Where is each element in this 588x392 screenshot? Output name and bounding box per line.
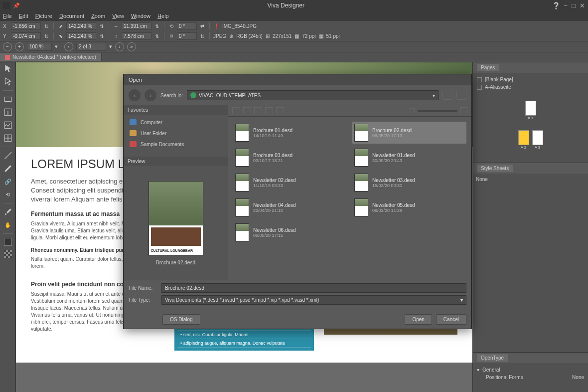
eyedropper-icon[interactable] — [3, 207, 12, 216]
fill-swatch-icon[interactable] — [4, 238, 12, 246]
path-input[interactable]: VIVACLOUD://TEMPLATES ▾ — [187, 90, 439, 100]
zoom-in-icon[interactable]: + — [15, 42, 24, 51]
file-item[interactable]: Newsletter 02.desd 11/10/19 09:23 — [233, 172, 347, 194]
link-tool-icon[interactable]: 🔗 — [3, 177, 12, 186]
menu-window[interactable]: Window — [131, 13, 150, 19]
page-input[interactable] — [76, 43, 106, 51]
page-item[interactable]: A-Aliasseite — [476, 83, 585, 91]
page-thumb[interactable] — [532, 130, 543, 145]
dropdown-icon[interactable]: ▾ — [55, 43, 58, 50]
pointer-tool-icon[interactable] — [3, 64, 12, 73]
page-item[interactable]: [Blank Page] — [476, 76, 585, 83]
file-item[interactable]: Newsletter 06.desd 06/05/20 17:15 — [233, 221, 347, 243]
pattern-swatch-icon[interactable] — [4, 250, 12, 258]
page-thumb[interactable] — [525, 101, 536, 116]
height-pct-input[interactable] — [66, 32, 96, 40]
view-list-icon[interactable] — [232, 107, 240, 114]
document-tab[interactable]: Newsletter 04.desd * (write-protected) — [0, 53, 102, 61]
prev-page-icon[interactable]: ‹ — [64, 42, 73, 51]
image-frame-icon[interactable] — [3, 121, 12, 130]
cancel-button[interactable]: Cancel — [436, 314, 466, 325]
new-folder-icon[interactable] — [456, 91, 466, 100]
rotate-tool-icon[interactable]: ⟲ — [3, 190, 12, 199]
stepper-icon[interactable]: ⇅ — [98, 22, 105, 29]
view-detail-icon[interactable] — [243, 107, 251, 114]
stepper-icon[interactable]: ⇅ — [153, 32, 160, 39]
zoom-out-icon[interactable]: − — [3, 42, 12, 51]
positional-forms-value[interactable]: None — [572, 375, 584, 380]
y-input[interactable] — [11, 32, 41, 40]
file-item[interactable]: Newsletter 04.desd 22/04/20 21:10 — [233, 196, 347, 218]
filetype-select[interactable]: Viva Documents (*.desd *.nwpd *.posd *.i… — [161, 295, 466, 305]
opentype-general[interactable]: ▾General — [476, 366, 585, 374]
style-none[interactable]: None — [476, 177, 488, 182]
open-button[interactable]: Open — [405, 314, 432, 325]
rotate-input[interactable] — [177, 22, 197, 30]
favorite-sample-docs[interactable]: Sample Documents — [124, 139, 228, 150]
flip-v-icon[interactable]: ⇅ — [199, 32, 206, 39]
dropdown-icon[interactable]: ▾ — [109, 43, 112, 50]
opentype-tab[interactable]: OpenType — [477, 354, 508, 362]
help-icon[interactable]: ❔ — [552, 2, 560, 9]
width-pct-input[interactable] — [66, 22, 96, 30]
menu-file[interactable]: File — [3, 13, 12, 19]
last-page-icon[interactable]: » — [127, 42, 136, 51]
file-item[interactable]: Brochure 01.desd 14/10/19 11:49 — [233, 122, 347, 144]
favorite-user-folder[interactable]: User Folder — [124, 128, 228, 139]
menu-zoom[interactable]: Zoom — [91, 13, 105, 19]
view-grid-icon[interactable] — [254, 107, 262, 114]
line-tool-icon[interactable] — [3, 151, 12, 160]
pin-icon[interactable]: 📌 — [13, 2, 20, 9]
pages-tab[interactable]: Pages — [477, 64, 499, 71]
zoom-small-icon[interactable] — [410, 108, 415, 113]
menu-view[interactable]: View — [112, 13, 124, 19]
stepper-icon[interactable]: ⇅ — [98, 32, 105, 39]
height-input[interactable] — [122, 32, 151, 40]
thumb-size-slider[interactable] — [418, 110, 457, 112]
file-item[interactable]: Newsletter 03.desd 15/02/20 00:30 — [352, 172, 466, 194]
link-icon[interactable]: ⇅ — [43, 32, 50, 39]
nav-forward-icon[interactable]: › — [145, 89, 156, 101]
nav-back-icon[interactable]: ‹ — [129, 89, 141, 101]
menu-picture[interactable]: Picture — [35, 13, 52, 19]
minimize-icon[interactable]: − — [564, 2, 568, 9]
file-item[interactable]: Newsletter 01.desd 30/09/20 20:43 — [352, 147, 466, 169]
view-thumb-icon[interactable] — [276, 107, 284, 114]
stepper-icon[interactable]: ⇅ — [153, 22, 160, 29]
rectangle-tool-icon[interactable] — [3, 95, 12, 104]
menu-help[interactable]: Help — [157, 13, 169, 19]
up-folder-icon[interactable] — [442, 91, 452, 100]
svg-text:T: T — [6, 110, 9, 116]
file-item[interactable]: Newsletter 05.desd 09/02/20 11:28 — [352, 196, 466, 218]
skew-input[interactable] — [177, 32, 197, 40]
dropdown-icon[interactable]: ▾ — [433, 93, 435, 98]
style-sheets-tab[interactable]: Style Sheets — [477, 165, 513, 172]
file-item[interactable]: Brochure 03.desd 02/10/17 18:21 — [233, 147, 347, 169]
menu-document[interactable]: Document — [59, 13, 84, 19]
os-dialog-button[interactable]: OS Dialog — [162, 314, 200, 325]
flip-h-icon[interactable]: ⇄ — [199, 22, 206, 29]
width-input[interactable] — [122, 22, 151, 30]
file-item[interactable]: Brochure 02.desd 06/05/20 17:13 — [352, 122, 466, 144]
hand-tool-icon[interactable]: ✋ — [3, 220, 12, 229]
link-icon[interactable]: ⇅ — [43, 22, 50, 29]
zoom-large-icon[interactable] — [460, 107, 467, 114]
text-frame-icon[interactable]: T — [3, 108, 12, 117]
menu-edit[interactable]: Edit — [19, 13, 28, 19]
pen-tool-icon[interactable] — [3, 164, 12, 173]
zoom-input[interactable] — [27, 43, 52, 51]
table-tool-icon[interactable] — [3, 134, 12, 143]
next-page-icon[interactable]: › — [115, 42, 124, 51]
view-small-icon[interactable] — [265, 107, 273, 114]
maximize-icon[interactable]: □ — [572, 2, 576, 9]
close-icon[interactable]: ✕ — [580, 2, 585, 9]
preview-thumbnail: CULTURAL LOUNGEBAR — [148, 181, 203, 256]
x-input[interactable] — [11, 22, 41, 30]
file-thumb-icon — [354, 124, 368, 142]
x-label: X — [3, 23, 9, 29]
direct-select-icon[interactable] — [3, 77, 12, 86]
favorite-computer[interactable]: Computer — [124, 117, 228, 128]
filename-input[interactable]: Brochure 02.desd — [161, 283, 466, 293]
rotate-icon: ⟲ — [168, 22, 175, 29]
page-thumb[interactable] — [518, 130, 529, 145]
